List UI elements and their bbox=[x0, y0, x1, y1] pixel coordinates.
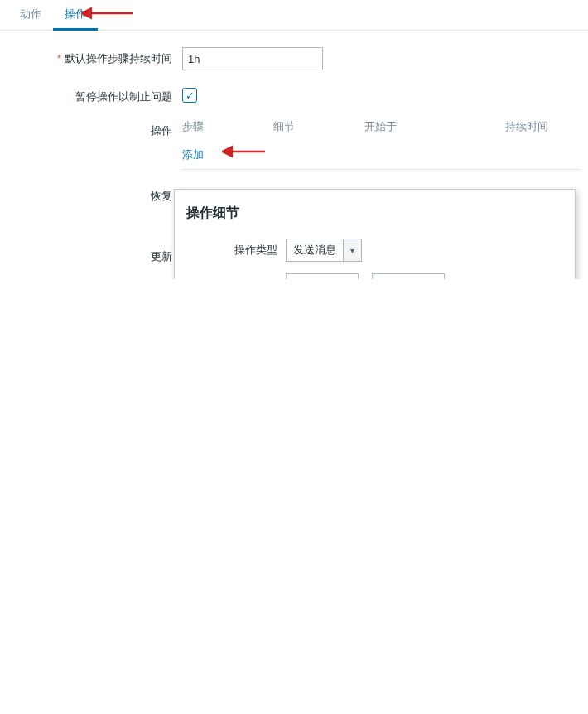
step-to-input[interactable] bbox=[372, 273, 445, 279]
pause-label: 暂停操作以制止问题 bbox=[0, 85, 182, 104]
recover-label: 恢复 bbox=[0, 185, 182, 204]
op-type-select[interactable]: 发送消息 ▾ bbox=[286, 239, 362, 262]
pause-checkbox[interactable]: ✓ bbox=[182, 88, 197, 103]
default-step-duration-input[interactable] bbox=[182, 47, 323, 70]
op-type-label: 操作类型 bbox=[186, 239, 286, 258]
operation-details-popup: 操作细节 操作类型 发送消息 ▾ 步骤 - (0 - 无穷大) 步骤持续时间 bbox=[174, 189, 576, 279]
step-hint: (0 - 无穷大) bbox=[451, 277, 506, 279]
step-label: 步骤 bbox=[186, 273, 286, 279]
tab-action[interactable]: 动作 bbox=[8, 0, 53, 30]
tab-bar: 动作 操作 bbox=[0, 0, 588, 31]
step-from-input[interactable] bbox=[286, 273, 359, 279]
default-step-duration-label: *默认操作步骤持续时间 bbox=[0, 47, 182, 66]
tab-operations[interactable]: 操作 bbox=[53, 0, 98, 31]
popup-title: 操作细节 bbox=[186, 205, 563, 222]
operations-label: 操作 bbox=[0, 119, 182, 138]
update-label: 更新 bbox=[0, 245, 182, 264]
ops-add-link[interactable]: 添加 bbox=[182, 141, 580, 170]
ops-table-header: 步骤 细节 开始于 持续时间 bbox=[182, 119, 580, 141]
chevron-down-icon: ▾ bbox=[343, 239, 361, 261]
